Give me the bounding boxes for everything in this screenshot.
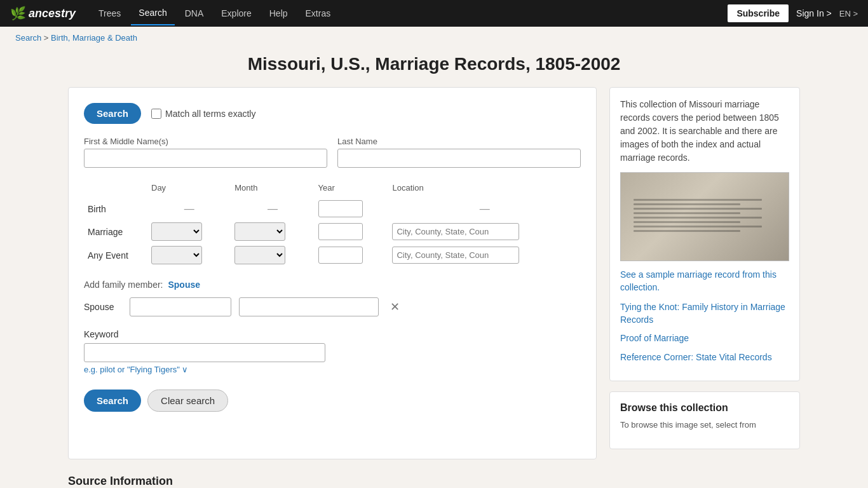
signin-button[interactable]: Sign In >: [796, 8, 832, 18]
sidebar-description: This collection of Missouri marriage rec…: [620, 98, 789, 165]
search-panel: Search Match all terms exactly First & M…: [68, 87, 597, 459]
marriage-year-input[interactable]: [318, 223, 363, 240]
see-sample-link[interactable]: See a sample marriage record from this c…: [620, 269, 789, 294]
keyword-input[interactable]: [84, 343, 325, 362]
month-header: Month: [231, 180, 314, 198]
add-family-row: Add family member: Spouse: [84, 280, 581, 290]
match-exact-text: Match all terms exactly: [165, 109, 255, 119]
top-nav: 🌿 ancestry Trees Search DNA Explore Help…: [0, 0, 868, 27]
doc-line: [634, 208, 762, 210]
doc-line: [634, 199, 762, 201]
breadcrumb-separator: >: [44, 33, 51, 43]
birth-day-dash: —: [147, 198, 231, 220]
sidebar-info-card: This collection of Missouri marriage rec…: [609, 87, 800, 381]
spouse-row: Spouse ✕: [84, 297, 581, 316]
doc-lines: [634, 199, 776, 234]
browse-text: To browse this image set, select from: [620, 419, 789, 431]
spouse-last-name-input[interactable]: [239, 297, 379, 316]
doc-line: [634, 203, 740, 205]
remove-spouse-button[interactable]: ✕: [386, 299, 403, 315]
page-title: Missouri, U.S., Marriage Records, 1805-2…: [0, 54, 868, 74]
marriage-location-input[interactable]: [392, 223, 519, 240]
marriage-row: Marriage: [84, 220, 581, 243]
add-spouse-link[interactable]: Spouse: [168, 280, 200, 290]
doc-line: [634, 212, 740, 214]
document-placeholder: [621, 173, 789, 261]
day-header: Day: [147, 180, 231, 198]
marriage-month-select[interactable]: [234, 222, 285, 241]
any-event-month-select[interactable]: [234, 246, 285, 264]
doc-line: [634, 217, 762, 219]
sidebar-link-item: Proof of Marriage: [620, 332, 789, 345]
nav-item-help[interactable]: Help: [262, 2, 295, 25]
first-name-input[interactable]: [84, 149, 327, 168]
last-name-input[interactable]: [337, 149, 581, 168]
logo-text: ancestry: [29, 7, 76, 20]
first-name-label: First & Middle Name(s): [84, 137, 327, 146]
leaf-icon: 🌿: [10, 6, 26, 21]
birth-year-input[interactable]: [318, 200, 363, 217]
search-button-top[interactable]: Search: [84, 103, 141, 124]
any-event-year-input[interactable]: [318, 247, 363, 264]
keyword-hint[interactable]: e.g. pilot or "Flying Tigers" ∨: [84, 365, 581, 374]
marriage-day-select[interactable]: [151, 222, 202, 241]
any-event-day-select[interactable]: [151, 246, 202, 264]
first-name-group: First & Middle Name(s): [84, 137, 327, 168]
marriage-label: Marriage: [84, 220, 147, 243]
sidebar-link-reference-corner[interactable]: Reference Corner: State Vital Records: [620, 352, 772, 362]
spouse-first-name-input[interactable]: [130, 297, 231, 316]
doc-line: [634, 230, 740, 232]
birth-label: Birth: [84, 198, 147, 220]
family-section: Add family member: Spouse Spouse ✕: [84, 280, 581, 316]
name-row: First & Middle Name(s) Last Name: [84, 137, 581, 168]
any-event-row: Any Event: [84, 243, 581, 267]
clear-search-button[interactable]: Clear search: [147, 390, 228, 412]
year-header: Year: [315, 180, 389, 198]
site-logo[interactable]: 🌿 ancestry: [10, 6, 76, 21]
nav-links: Trees Search DNA Explore Help Extras: [91, 1, 728, 25]
birth-location-dash: —: [388, 198, 581, 220]
sidebar-link-item: Reference Corner: State Vital Records: [620, 351, 789, 364]
search-top-row: Search Match all terms exactly: [84, 103, 581, 124]
nav-item-search[interactable]: Search: [131, 1, 174, 25]
nav-item-trees[interactable]: Trees: [91, 2, 128, 25]
bottom-buttons: Search Clear search: [84, 390, 581, 412]
keyword-label: Keyword: [84, 329, 581, 339]
last-name-label: Last Name: [337, 137, 581, 146]
sidebar-link-tying-knot[interactable]: Tying the Knot: Family History in Marria…: [620, 302, 785, 325]
search-button-bottom[interactable]: Search: [84, 390, 141, 412]
sidebar-link-item: Tying the Knot: Family History in Marria…: [620, 301, 789, 326]
sidebar-document-image: [620, 172, 789, 261]
subscribe-button[interactable]: Subscribe: [728, 4, 789, 22]
browse-title: Browse this collection: [620, 402, 789, 414]
birth-month-dash: —: [231, 198, 314, 220]
last-name-group: Last Name: [337, 137, 581, 168]
sidebar-link-proof-of-marriage[interactable]: Proof of Marriage: [620, 333, 689, 343]
any-event-label: Any Event: [84, 243, 147, 267]
nav-item-explore[interactable]: Explore: [214, 2, 259, 25]
location-header: Location: [388, 180, 581, 198]
source-section: Source Information: [53, 475, 815, 488]
sidebar: This collection of Missouri marriage rec…: [609, 87, 800, 459]
spouse-label: Spouse: [84, 302, 122, 312]
match-exact-checkbox[interactable]: [151, 109, 161, 119]
date-location-table: Day Month Year Location Birth — — — Marr…: [84, 180, 581, 267]
browse-card: Browse this collection To browse this im…: [609, 391, 800, 450]
breadcrumb-home-link[interactable]: Search: [15, 33, 41, 43]
language-selector[interactable]: EN >: [839, 9, 858, 18]
source-title: Source Information: [68, 475, 800, 488]
nav-item-dna[interactable]: DNA: [177, 2, 212, 25]
birth-row: Birth — — —: [84, 198, 581, 220]
keyword-section: Keyword e.g. pilot or "Flying Tigers" ∨: [84, 329, 581, 374]
nav-right: Subscribe Sign In > EN >: [728, 4, 858, 22]
main-content: Search Match all terms exactly First & M…: [53, 87, 815, 475]
doc-line: [634, 221, 740, 223]
breadcrumb-current-link[interactable]: Birth, Marriage & Death: [51, 33, 137, 43]
sidebar-links: Tying the Knot: Family History in Marria…: [620, 301, 789, 363]
any-event-location-input[interactable]: [392, 247, 519, 264]
add-family-label: Add family member:: [84, 280, 163, 290]
breadcrumb: Search > Birth, Marriage & Death: [0, 27, 868, 49]
match-exact-label[interactable]: Match all terms exactly: [151, 109, 255, 119]
doc-line: [634, 226, 762, 227]
nav-item-extras[interactable]: Extras: [298, 2, 339, 25]
